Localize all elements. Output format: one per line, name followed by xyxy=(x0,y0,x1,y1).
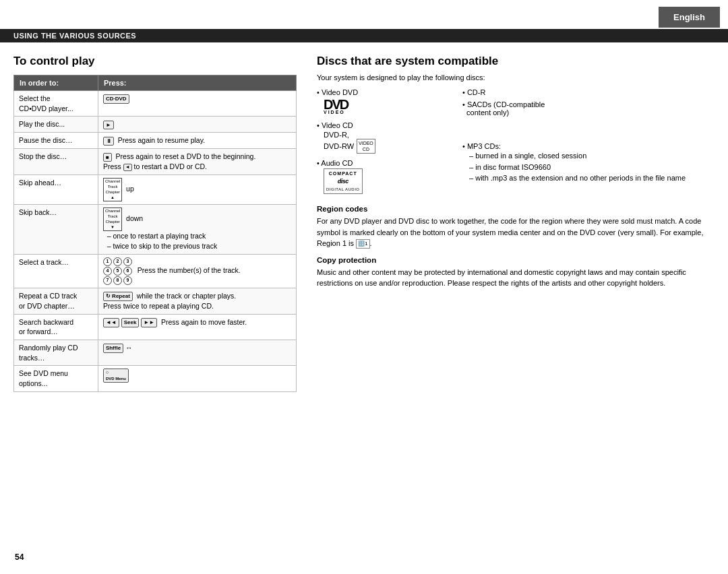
page-number: 54 xyxy=(15,552,24,562)
number-grid-icon: 1 2 3 4 5 6 7 8 9 xyxy=(103,257,133,285)
num-3: 3 xyxy=(123,257,132,266)
table-row: Skip ahead… ChannelTrackChapter▲ up xyxy=(14,175,297,205)
press-cell: ⏸ Press again to resume play. xyxy=(98,133,296,149)
shuffle-button-icon: Shffle xyxy=(103,344,123,353)
left-column: To control play In order to: Press: Sele… xyxy=(13,55,297,392)
table-row: Stop the disc… ■ Press again to reset a … xyxy=(14,149,297,175)
pause-button-icon: ⏸ xyxy=(103,137,114,146)
control-table: In order to: Press: Select theCD•DVD pla… xyxy=(13,75,297,392)
restart-button-icon: ◄ xyxy=(123,164,132,170)
region-1-icon: 🔢1 xyxy=(356,239,369,249)
mp3-list: burned in a single, closed session in di… xyxy=(469,150,715,184)
action-cell: Stop the disc… xyxy=(14,149,98,175)
mp3-label: • MP3 CDs: xyxy=(462,142,501,150)
right-column: Discs that are system compatible Your sy… xyxy=(317,55,715,392)
mp3-item-3: with .mp3 as the extension and no other … xyxy=(469,172,715,184)
seek-button-icon: Seek xyxy=(121,318,140,327)
repeat-button-icon: ↻ Repeat xyxy=(103,292,133,301)
num-4: 4 xyxy=(103,267,112,276)
dvd-logo: DVD VIDEO xyxy=(324,98,348,115)
video-cd-label: • Video CD xyxy=(317,121,353,129)
video-dvd-label: • Video DVD xyxy=(317,88,358,96)
num-2: 2 xyxy=(113,257,122,266)
table-row: Skip back… ChannelTrackChapter▼ down – o… xyxy=(14,205,297,255)
action-cell: Repeat a CD trackor DVD chapter… xyxy=(14,288,98,314)
press-cell: ► xyxy=(98,117,296,133)
ch-track-up-icon: ChannelTrackChapter▲ xyxy=(103,178,122,201)
action-cell: Select a track… xyxy=(14,254,98,288)
region-codes-text: For any DVD player and DVD disc to work … xyxy=(317,216,715,249)
num-8: 8 xyxy=(113,276,122,285)
table-row: Randomly play CDtracks… Shffle ↔ xyxy=(14,340,297,365)
press-cell: ↻ Repeat while the track or chapter play… xyxy=(98,288,296,314)
disc-left-list: • Video DVD DVD VIDEO • Video CD xyxy=(317,88,452,198)
copy-protection-text: Music and other content may be protected… xyxy=(317,267,715,289)
press-cell: ChannelTrackChapter▲ up xyxy=(98,175,296,205)
stop-button-icon: ■ xyxy=(103,153,112,162)
num-9: 9 xyxy=(123,276,132,285)
mp3-item-1: burned in a single, closed session xyxy=(469,150,715,162)
cd-dvd-button-icon: CD·DVD xyxy=(103,94,129,104)
table-row: Search backwardor forward… ◄◄ Seek ►► Pr… xyxy=(14,314,297,340)
rewind-button-icon: ◄◄ xyxy=(103,318,119,327)
video-cd-logo: VIDEOCD xyxy=(357,139,375,154)
table-row: Select theCD•DVD player... CD·DVD xyxy=(14,91,297,117)
press-cell: ○DVD Menu xyxy=(98,366,296,391)
num-1: 1 xyxy=(103,257,112,266)
right-title: Discs that are system compatible xyxy=(317,55,715,68)
dvd-sub-label: VIDEO xyxy=(324,110,348,115)
press-cell: ■ Press again to reset a DVD to the begi… xyxy=(98,149,296,175)
left-title: To control play xyxy=(13,55,297,68)
action-cell: Skip back… xyxy=(14,205,98,255)
dvd-menu-button-icon: ○DVD Menu xyxy=(103,369,129,383)
table-row: Pause the disc… ⏸ Press again to resume … xyxy=(14,133,297,149)
main-content: To control play In order to: Press: Sele… xyxy=(0,42,728,406)
press-cell: ◄◄ Seek ►► Press again to move faster. xyxy=(98,314,296,340)
play-button-icon: ► xyxy=(103,121,114,130)
video-dvd-item: • Video DVD DVD VIDEO xyxy=(317,88,452,115)
table-body: Select theCD•DVD player... CD·DVD Play t… xyxy=(14,91,297,392)
disc-right-list: • CD-R • SACDs (CD-compatible content on… xyxy=(462,88,715,198)
dvdr-label: DVD-R, xyxy=(324,131,349,139)
action-cell: See DVD menuoptions... xyxy=(14,366,98,391)
mp3-item: • MP3 CDs: burned in a single, closed se… xyxy=(462,142,715,184)
action-cell: Search backwardor forward… xyxy=(14,314,98,340)
table-row: See DVD menuoptions... ○DVD Menu xyxy=(14,366,297,391)
top-bar: English xyxy=(0,0,728,28)
press-cell: Shffle ↔ xyxy=(98,340,296,365)
section-header: Using the Various Sources xyxy=(0,29,728,42)
action-cell: Play the disc... xyxy=(14,117,98,133)
ch-track-down-icon: ChannelTrackChapter▼ xyxy=(103,208,122,231)
sacds-item: • SACDs (CD-compatible content only) xyxy=(462,100,715,117)
col1-header: In order to: xyxy=(14,75,98,91)
audio-cd-label: • Audio CD xyxy=(317,159,353,167)
ff-button-icon: ►► xyxy=(141,318,157,327)
sacds-label: • SACDs (CD-compatible content only) xyxy=(462,100,545,117)
num-6: 6 xyxy=(123,267,132,276)
right-intro: Your system is designed to play the foll… xyxy=(317,73,715,82)
action-cell: Skip ahead… xyxy=(14,175,98,205)
video-cd-item: • Video CD DVD-R, DVD-RW VIDEOCD xyxy=(317,121,452,154)
cd-r-label: • CD-R xyxy=(462,88,485,96)
press-cell: 1 2 3 4 5 6 7 8 9 Press the number(s) of… xyxy=(98,254,296,288)
dvdrw-label: DVD-RW xyxy=(324,142,354,150)
audio-cd-item: • Audio CD COMPACT disc DIGITAL AUDIO xyxy=(317,159,452,194)
table-row: Select a track… 1 2 3 4 5 6 7 8 9 xyxy=(14,254,297,288)
section-header-label: Using the Various Sources xyxy=(13,32,136,40)
num-5: 5 xyxy=(113,267,122,276)
copy-protection-section: Copy protection Music and other content … xyxy=(317,256,715,289)
copy-protection-title: Copy protection xyxy=(317,256,715,264)
press-cell: ChannelTrackChapter▼ down – once to rest… xyxy=(98,205,296,255)
english-button[interactable]: English xyxy=(659,7,720,28)
mp3-item-2: in disc format ISO9660 xyxy=(469,162,715,173)
region-codes-section: Region codes For any DVD player and DVD … xyxy=(317,205,715,249)
col2-header: Press: xyxy=(98,75,296,91)
press-cell: CD·DVD xyxy=(98,91,296,117)
action-cell: Select theCD•DVD player... xyxy=(14,91,98,117)
table-row: Repeat a CD trackor DVD chapter… ↻ Repea… xyxy=(14,288,297,314)
action-cell: Randomly play CDtracks… xyxy=(14,340,98,365)
cd-r-item: • CD-R xyxy=(462,88,715,96)
compact-disc-logo: COMPACT disc DIGITAL AUDIO xyxy=(324,168,363,194)
region-codes-title: Region codes xyxy=(317,205,715,213)
table-row: Play the disc... ► xyxy=(14,117,297,133)
